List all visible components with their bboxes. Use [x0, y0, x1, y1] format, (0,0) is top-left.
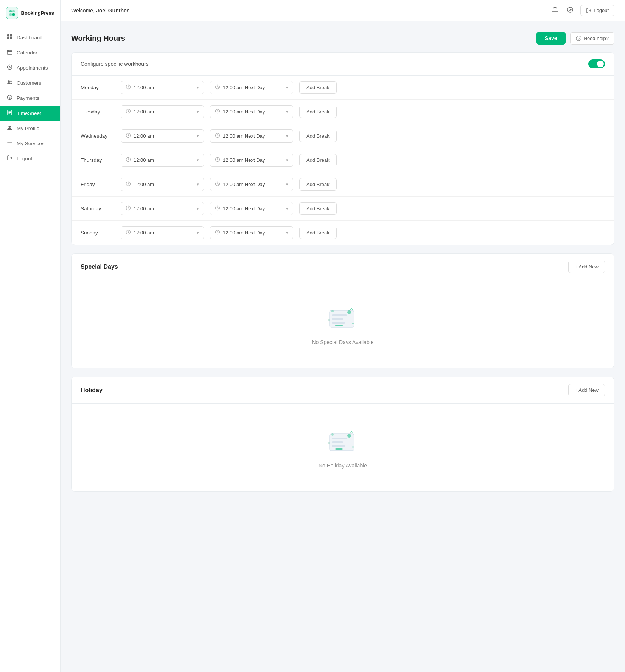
add-break-button-wednesday[interactable]: Add Break: [299, 130, 337, 142]
svg-rect-24: [7, 141, 12, 142]
chevron-down-icon: ▾: [286, 206, 288, 211]
holiday-body: No Holiday Available: [72, 403, 614, 491]
start-time-select-sunday[interactable]: 12:00 am ▾: [121, 226, 204, 239]
clock-icon: [126, 230, 131, 236]
svg-point-23: [8, 126, 11, 128]
clock-icon: [126, 84, 131, 91]
svg-rect-85: [332, 438, 347, 439]
chevron-down-icon: ▾: [197, 206, 199, 211]
sidebar-item-dashboard[interactable]: Dashboard: [0, 30, 60, 45]
end-time-select-tuesday[interactable]: 12:00 am Next Day ▾: [210, 105, 293, 118]
notification-button[interactable]: [550, 5, 560, 16]
end-time-select-friday[interactable]: 12:00 am Next Day ▾: [210, 178, 293, 191]
chevron-down-icon: ▾: [286, 182, 288, 187]
add-holiday-button[interactable]: + Add New: [568, 384, 605, 396]
help-button[interactable]: ? Need help?: [570, 32, 615, 45]
svg-line-47: [128, 135, 129, 136]
start-time-select-wednesday[interactable]: 12:00 am ▾: [121, 129, 204, 143]
start-time-value: 12:00 am: [134, 230, 154, 236]
toggle-slider: [588, 59, 605, 68]
svg-rect-2: [9, 13, 12, 16]
svg-line-35: [128, 87, 129, 88]
start-time-select-friday[interactable]: 12:00 am ▾: [121, 178, 204, 191]
add-break-button-saturday[interactable]: Add Break: [299, 202, 337, 215]
day-label: Monday: [81, 85, 115, 90]
grid-icon: [6, 34, 13, 41]
add-special-day-button[interactable]: + Add New: [568, 261, 605, 273]
start-time-select-thursday[interactable]: 12:00 am ▾: [121, 154, 204, 167]
svg-point-89: [347, 434, 351, 438]
chevron-down-icon: ▾: [197, 109, 199, 114]
add-break-button-thursday[interactable]: Add Break: [299, 154, 337, 166]
svg-rect-77: [332, 318, 343, 320]
svg-point-15: [8, 80, 10, 82]
end-time-value: 12:00 am Next Day: [223, 206, 265, 211]
logout-icon: [6, 155, 13, 162]
end-time-value: 12:00 am Next Day: [223, 109, 265, 115]
add-break-button-sunday[interactable]: Add Break: [299, 227, 337, 239]
logo: BookingPress: [0, 0, 60, 26]
sidebar-item-calendar[interactable]: Calendar: [0, 45, 60, 60]
save-button[interactable]: Save: [536, 32, 566, 45]
wordpress-button[interactable]: W: [565, 5, 575, 16]
special-days-illustration: [326, 303, 360, 333]
start-time-value: 12:00 am: [134, 182, 154, 187]
svg-rect-78: [332, 322, 345, 324]
dollar-icon: $: [6, 95, 13, 101]
sidebar-item-customers[interactable]: Customers: [0, 75, 60, 90]
svg-point-80: [347, 310, 351, 314]
configure-toggle[interactable]: [588, 59, 605, 68]
chevron-down-icon: ▾: [286, 133, 288, 138]
working-hours-row-saturday: Saturday 12:00 am ▾: [72, 197, 614, 221]
add-break-button-friday[interactable]: Add Break: [299, 178, 337, 191]
svg-point-83: [328, 319, 330, 321]
end-time-select-wednesday[interactable]: 12:00 am Next Day ▾: [210, 129, 293, 143]
end-time-select-monday[interactable]: 12:00 am Next Day ▾: [210, 81, 293, 94]
svg-line-44: [218, 111, 219, 112]
sidebar-item-my-profile[interactable]: My Profile: [0, 121, 60, 136]
clock-icon: [126, 133, 131, 139]
sidebar-label-logout: Logout: [17, 156, 32, 161]
end-time-select-saturday[interactable]: 12:00 am Next Day ▾: [210, 202, 293, 215]
sidebar-item-payments[interactable]: $ Payments: [0, 90, 60, 106]
working-hours-row-thursday: Thursday 12:00 am ▾: [72, 148, 614, 172]
svg-line-62: [218, 184, 219, 185]
sidebar-item-appointments[interactable]: Appointments: [0, 60, 60, 75]
clock-icon: [215, 230, 220, 236]
sidebar-item-timesheet[interactable]: TimeSheet: [0, 106, 60, 121]
sidebar-nav: Dashboard Calendar Appointm: [0, 26, 60, 672]
end-time-value: 12:00 am Next Day: [223, 157, 265, 163]
holiday-header: Holiday + Add New: [72, 377, 614, 403]
end-time-select-sunday[interactable]: 12:00 am Next Day ▾: [210, 226, 293, 239]
working-hours-row-tuesday: Tuesday 12:00 am ▾: [72, 100, 614, 124]
clock-icon: [215, 84, 220, 91]
page-header: Working Hours Save ? Need help?: [71, 32, 614, 45]
svg-rect-8: [7, 50, 12, 54]
sidebar-label-payments: Payments: [17, 95, 39, 101]
sidebar-item-logout[interactable]: Logout: [0, 151, 60, 166]
day-label: Friday: [81, 182, 115, 187]
svg-rect-0: [9, 10, 12, 12]
logout-button[interactable]: Logout: [580, 5, 614, 16]
svg-point-90: [331, 433, 334, 436]
svg-line-74: [218, 232, 219, 233]
end-time-select-thursday[interactable]: 12:00 am Next Day ▾: [210, 154, 293, 167]
add-break-button-tuesday[interactable]: Add Break: [299, 106, 337, 118]
clock-icon: [126, 157, 131, 163]
sidebar-item-my-services[interactable]: My Services: [0, 136, 60, 151]
add-break-button-monday[interactable]: Add Break: [299, 81, 337, 94]
sidebar-label-customers: Customers: [17, 80, 41, 86]
welcome-message: Welcome, Joel Gunther: [71, 8, 129, 14]
svg-rect-4: [7, 34, 9, 37]
start-time-select-tuesday[interactable]: 12:00 am ▾: [121, 105, 204, 118]
start-time-select-monday[interactable]: 12:00 am ▾: [121, 81, 204, 94]
clock-icon: [215, 157, 220, 163]
svg-line-59: [128, 184, 129, 185]
start-time-value: 12:00 am: [134, 133, 154, 139]
day-label: Tuesday: [81, 109, 115, 115]
working-hours-row-wednesday: Wednesday 12:00 am ▾: [72, 124, 614, 148]
start-time-value: 12:00 am: [134, 157, 154, 163]
start-time-select-saturday[interactable]: 12:00 am ▾: [121, 202, 204, 215]
chevron-down-icon: ▾: [286, 230, 288, 235]
svg-line-50: [218, 135, 219, 136]
